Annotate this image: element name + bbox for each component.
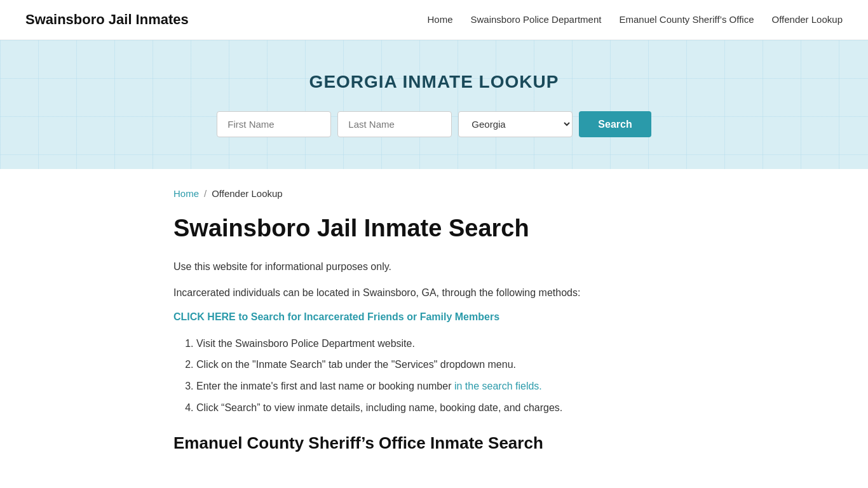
hero-title: GEORGIA INMATE LOOKUP — [13, 72, 855, 92]
step-3: Enter the inmate's first and last name o… — [196, 378, 695, 395]
main-content: Home / Offender Lookup Swainsboro Jail I… — [148, 169, 720, 488]
steps-list: Visit the Swainsboro Police Department w… — [173, 336, 695, 416]
site-header: Swainsboro Jail Inmates Home Swainsboro … — [0, 0, 868, 40]
section-2-heading: Emanuel County Sheriff’s Office Inmate S… — [173, 433, 695, 453]
breadcrumb: Home / Offender Lookup — [173, 188, 695, 199]
step-4: Click “Search” to view inmate details, i… — [196, 400, 695, 416]
nav-item-police[interactable]: Swainsboro Police Department — [471, 14, 602, 25]
site-logo[interactable]: Swainsboro Jail Inmates — [25, 11, 189, 28]
main-nav: Home Swainsboro Police Department Emanue… — [428, 14, 843, 25]
nav-link-offender[interactable]: Offender Lookup — [772, 14, 843, 25]
breadcrumb-home[interactable]: Home — [173, 188, 199, 199]
breadcrumb-current: Offender Lookup — [212, 188, 282, 199]
state-select[interactable]: Georgia — [458, 111, 573, 137]
search-form: Georgia Search — [13, 111, 855, 137]
first-name-input[interactable] — [217, 111, 331, 137]
nav-item-home[interactable]: Home — [428, 14, 453, 25]
intro-para-2: Incarcerated individuals can be located … — [173, 285, 695, 301]
nav-link-police[interactable]: Swainsboro Police Department — [471, 14, 602, 25]
step-2: Click on the "Inmate Search" tab under t… — [196, 356, 695, 373]
hero-banner: GEORGIA INMATE LOOKUP Georgia Search — [0, 40, 868, 169]
last-name-input[interactable] — [337, 111, 452, 137]
highlight-link[interactable]: CLICK HERE to Search for Incarcerated Fr… — [173, 311, 499, 323]
breadcrumb-separator: / — [204, 188, 207, 199]
intro-para-1: Use this website for informational purpo… — [173, 259, 695, 275]
nav-links: Home Swainsboro Police Department Emanue… — [428, 14, 843, 25]
nav-item-sheriff[interactable]: Emanuel County Sheriff’s Office — [619, 14, 754, 25]
nav-item-offender[interactable]: Offender Lookup — [772, 14, 843, 25]
nav-link-sheriff[interactable]: Emanuel County Sheriff’s Office — [619, 14, 754, 25]
page-title: Swainsboro Jail Inmate Search — [173, 214, 695, 243]
search-button[interactable]: Search — [579, 111, 651, 137]
step-1: Visit the Swainsboro Police Department w… — [196, 336, 695, 352]
nav-link-home[interactable]: Home — [428, 14, 453, 25]
